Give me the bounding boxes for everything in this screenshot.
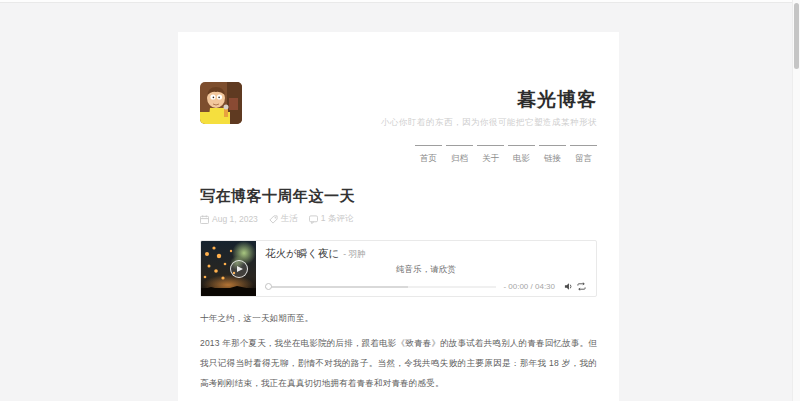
song-title: 花火が瞬く夜に [265,247,339,261]
tag-icon [269,215,278,224]
site-header-right: 暮光博客 小心你盯着的东西，因为你很可能把它塑造成某种形状 首页归档关于电影链接… [242,82,597,165]
meta-comments-label: 1 条评论 [321,213,354,225]
time-label: - 00:00 / 04:30 [503,282,555,291]
progress-loaded [265,286,408,288]
nav-item-2[interactable]: 归档 [446,145,473,165]
comment-icon [309,215,318,224]
meta-comments[interactable]: 1 条评论 [309,213,354,225]
site-nav: 首页归档关于电影链接留言 [411,145,597,165]
nav-item-1[interactable]: 首页 [415,145,442,165]
scrollbar-thumb[interactable] [794,3,799,69]
progress-thumb[interactable] [265,283,272,290]
song-artist: - 羽肿 [343,249,365,261]
site-subtitle: 小心你盯着的东西，因为你很可能把它塑造成某种形状 [381,117,597,129]
post-paragraph: 2013 年那个夏天，我坐在电影院的后排，跟着电影《致青春》的故事试着共鸣别人的… [200,333,597,393]
browser-top-strip [0,0,800,3]
meta-date: Aug 1, 2023 [200,214,258,224]
meta-date-label: Aug 1, 2023 [212,214,258,224]
calendar-icon [200,215,209,224]
player-controls: - 00:00 / 04:30 [265,282,587,291]
song-row: 花火が瞬く夜に - 羽肿 [265,247,587,261]
avatar-cartoon-icon [200,82,242,124]
play-icon [237,266,243,272]
player-lyric: 纯音乐，请欣赏 [265,264,587,276]
page-card: 暮光博客 小心你盯着的东西，因为你很可能把它塑造成某种形状 首页归档关于电影链接… [178,32,619,401]
play-button[interactable] [230,260,248,278]
audio-player: 花火が瞬く夜に - 羽肿 纯音乐，请欣赏 - 00:00 / 04:30 [200,240,597,297]
site-title[interactable]: 暮光博客 [517,89,597,111]
meta-category[interactable]: 生活 [269,213,298,225]
article-main: 写在博客十周年这一天 Aug 1, 2023 生活 [200,187,597,401]
scrollbar-track[interactable] [792,0,800,401]
meta-category-label: 生活 [281,213,298,225]
post-meta: Aug 1, 2023 生活 1 条评论 [200,213,597,225]
nav-item-5[interactable]: 链接 [539,145,566,165]
nav-item-6[interactable]: 留言 [570,145,597,165]
post-title[interactable]: 写在博客十周年这一天 [200,187,597,206]
post-content: 十年之约，这一天如期而至。2013 年那个夏天，我坐在电影院的后排，跟着电影《致… [200,308,597,401]
loop-button[interactable] [576,282,587,291]
nav-item-4[interactable]: 电影 [508,145,535,165]
post-paragraph: 十年之约，这一天如期而至。 [200,308,597,328]
site-avatar[interactable] [200,82,242,124]
player-body: 花火が瞬く夜に - 羽肿 纯音乐，请欣赏 - 00:00 / 04:30 [256,241,596,296]
site-header: 暮光博客 小心你盯着的东西，因为你很可能把它塑造成某种形状 首页归档关于电影链接… [200,82,597,165]
nav-item-3[interactable]: 关于 [477,145,504,165]
volume-icon [564,282,573,291]
progress-bar[interactable] [265,286,496,288]
album-art[interactable] [201,241,256,296]
volume-button[interactable] [564,282,573,291]
loop-icon [576,282,587,291]
